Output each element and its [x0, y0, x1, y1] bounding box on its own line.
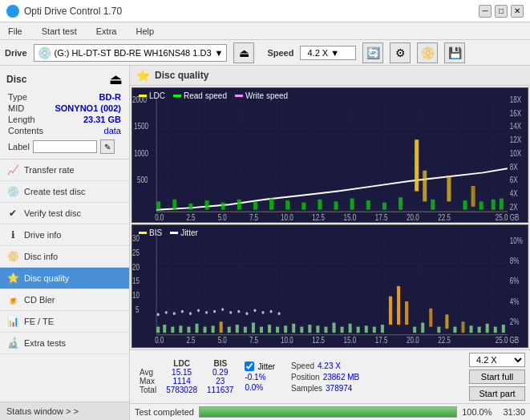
write-speed-color	[235, 95, 243, 97]
svg-rect-10	[253, 201, 257, 209]
svg-rect-4	[156, 201, 160, 209]
drive-info-icon: ℹ	[6, 228, 19, 241]
disc-label-btn[interactable]: ✎	[100, 139, 115, 154]
svg-rect-17	[366, 200, 370, 210]
svg-rect-21	[423, 171, 427, 202]
maximize-button[interactable]: □	[495, 5, 508, 18]
avg-jitter: -0.1%	[245, 373, 275, 382]
svg-text:2.5: 2.5	[186, 336, 195, 345]
speed-dropdown[interactable]: 4.2 X 2.0 X 4.0 X	[469, 353, 525, 367]
transfer-rate-icon: 📈	[6, 164, 19, 176]
disc-quality-icon: ⭐	[6, 272, 19, 285]
svg-text:5.0: 5.0	[218, 336, 227, 345]
extra-tests-icon: 🔬	[6, 337, 19, 349]
jitter-label-chart: Jitter	[180, 228, 198, 237]
refresh-button[interactable]: 🔄	[362, 42, 383, 63]
svg-rect-26	[479, 201, 483, 209]
start-full-button[interactable]: Start full	[469, 370, 525, 384]
svg-text:15.0: 15.0	[344, 336, 357, 345]
sidebar-item-verify-test-disc[interactable]: ✔ Verify test disc	[0, 203, 129, 224]
save-button[interactable]: 💾	[444, 42, 465, 63]
sidebar-label-transfer-rate: Transfer rate	[24, 165, 75, 175]
app-icon	[6, 5, 19, 18]
svg-text:6X: 6X	[510, 176, 518, 184]
sidebar-item-drive-info[interactable]: ℹ Drive info	[0, 224, 129, 246]
read-speed-color	[173, 95, 181, 97]
sidebar-item-cd-bier[interactable]: 🍺 CD Bier	[0, 289, 129, 311]
svg-rect-25	[471, 186, 475, 207]
disc-length-row: Length 23.31 GB	[8, 114, 121, 125]
svg-point-101	[157, 313, 160, 317]
speed-selector[interactable]: 4.2 X ▼	[300, 46, 356, 60]
menu-start-test[interactable]: Start test	[38, 26, 80, 37]
svg-rect-58	[163, 325, 166, 333]
disc-quality-header-icon: ⭐	[136, 69, 150, 82]
mid-val: SONYNO1 (002)	[55, 103, 121, 113]
sidebar-item-extra-tests[interactable]: 🔬 Extra tests	[0, 333, 129, 354]
svg-rect-85	[381, 325, 384, 333]
status-window-button[interactable]: Status window > >	[0, 402, 129, 420]
contents-key: Contents	[8, 126, 43, 135]
svg-rect-77	[316, 325, 319, 333]
svg-rect-92	[437, 327, 440, 333]
svg-point-104	[181, 310, 184, 313]
samples-row: Samples 378974	[291, 384, 359, 393]
svg-point-103	[173, 312, 176, 315]
stats-row: LDC BIS Avg 15.15 0.29 Max 1114 23 Total…	[130, 349, 530, 403]
status-window-label: Status window > >	[6, 406, 79, 416]
disc-section: Disc ⏏ Type BD-R MID SONYNO1 (002) Lengt…	[0, 66, 129, 160]
drive-icon: 💿	[38, 46, 51, 59]
legend-ldc: LDC	[139, 91, 165, 100]
menu-file[interactable]: File	[5, 26, 26, 37]
drivebar: Drive 💿 (G:) HL-DT-ST BD-RE WH16NS48 1.D…	[0, 40, 530, 66]
sidebar-item-disc-info[interactable]: 📀 Disc info	[0, 246, 129, 268]
sidebar-item-transfer-rate[interactable]: 📈 Transfer rate	[0, 160, 129, 181]
svg-text:20: 20	[132, 263, 140, 272]
titlebar-controls: ─ □ ✕	[479, 5, 524, 18]
disc-header: Disc ⏏	[3, 69, 126, 90]
svg-point-114	[261, 311, 264, 314]
start-part-button[interactable]: Start part	[469, 386, 525, 401]
drive-label: Drive	[5, 48, 27, 58]
ldc-label: LDC	[149, 91, 165, 100]
svg-rect-27	[492, 200, 496, 210]
disc-quality-title: Disc quality	[155, 70, 208, 81]
disc-label-input[interactable]	[33, 140, 97, 153]
media-button[interactable]: 📀	[417, 42, 438, 63]
svg-rect-73	[284, 325, 287, 333]
sidebar-item-fe-te[interactable]: 📊 FE / TE	[0, 311, 129, 333]
svg-text:22.5: 22.5	[438, 213, 451, 222]
minimize-button[interactable]: ─	[479, 5, 492, 18]
sidebar-item-create-test-disc[interactable]: 💿 Create test disc	[0, 181, 129, 203]
eject-button[interactable]: ⏏	[233, 42, 254, 63]
settings-button[interactable]: ⚙	[390, 42, 411, 63]
sidebar-item-disc-quality[interactable]: ⭐ Disc quality	[0, 268, 129, 289]
menubar: File Start test Extra Help	[0, 22, 530, 40]
svg-rect-74	[292, 324, 295, 333]
total-label: Total	[135, 386, 161, 394]
menu-help[interactable]: Help	[132, 26, 157, 37]
jitter-checkbox[interactable]	[245, 361, 254, 371]
svg-text:2%: 2%	[510, 317, 520, 326]
sidebar-nav: 📈 Transfer rate 💿 Create test disc ✔ Ver…	[0, 160, 129, 354]
svg-point-113	[253, 309, 256, 313]
svg-text:0.0: 0.0	[155, 336, 164, 345]
svg-point-116	[278, 312, 281, 315]
svg-text:16X: 16X	[510, 109, 521, 118]
jitter-color	[170, 232, 178, 234]
read-speed-label: Read speed	[184, 91, 227, 100]
sidebar-label-cd-bier: CD Bier	[24, 295, 55, 305]
svg-text:1500: 1500	[134, 123, 148, 131]
label-key: Label	[8, 142, 30, 151]
svg-rect-94	[453, 327, 456, 333]
disc-quality-header: ⭐ Disc quality	[130, 66, 530, 86]
drive-selector[interactable]: 💿 (G:) HL-DT-ST BD-RE WH16NS48 1.D3 ▼	[34, 44, 228, 62]
avg-label: Avg	[135, 368, 161, 377]
disc-header-label: Disc	[6, 74, 26, 85]
create-test-disc-icon: 💿	[6, 185, 19, 198]
menu-extra[interactable]: Extra	[93, 26, 120, 37]
length-key: Length	[8, 115, 35, 124]
disc-eject-icon[interactable]: ⏏	[109, 71, 123, 88]
close-button[interactable]: ✕	[511, 5, 524, 18]
svg-rect-67	[236, 325, 239, 333]
